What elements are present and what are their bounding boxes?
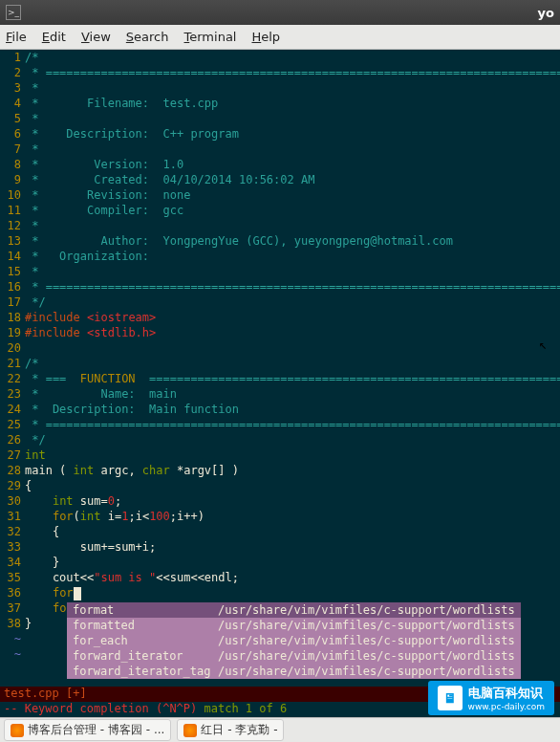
terminal-app-icon: >_	[6, 5, 21, 20]
menu-view[interactable]: View	[81, 30, 111, 44]
menu-terminal[interactable]: Terminal	[184, 30, 237, 44]
completion-popup[interactable]: format/usr/share/vim/vimfiles/c-support/…	[67, 602, 521, 679]
menu-help[interactable]: Help	[251, 30, 280, 44]
text-cursor	[74, 587, 81, 600]
completion-item[interactable]: forward_iterator/usr/share/vim/vimfiles/…	[67, 648, 521, 664]
monitor-icon: 🖥	[438, 686, 463, 710]
menu-search[interactable]: Search	[126, 30, 169, 44]
watermark-badge: 🖥 电脑百科知识www.pc-daily.com	[428, 681, 554, 715]
firefox-icon	[11, 724, 24, 737]
completion-item[interactable]: formatted/usr/share/vim/vimfiles/c-suppo…	[67, 618, 521, 633]
completion-item[interactable]: format/usr/share/vim/vimfiles/c-support/…	[67, 602, 521, 618]
editor-area[interactable]: 1/*2 * =================================…	[0, 50, 560, 687]
completion-item[interactable]: forward_iterator_tag/usr/share/vim/vimfi…	[67, 664, 521, 679]
window-titlebar: >_ yo	[0, 0, 560, 25]
firefox-icon	[183, 724, 197, 737]
completion-item[interactable]: for_each/usr/share/vim/vimfiles/c-suppor…	[67, 633, 521, 648]
taskbar: 博客后台管理 - 博客园 - ... 红日 - 李克勤 -	[0, 717, 560, 742]
taskbar-item[interactable]: 红日 - 李克勤 -	[177, 719, 284, 741]
menu-edit[interactable]: Edit	[42, 30, 66, 44]
menubar: File Edit View Search Terminal Help	[0, 25, 560, 50]
menu-file[interactable]: File	[6, 30, 27, 44]
window-title: yo	[538, 6, 554, 20]
taskbar-item[interactable]: 博客后台管理 - 博客园 - ...	[4, 719, 171, 741]
